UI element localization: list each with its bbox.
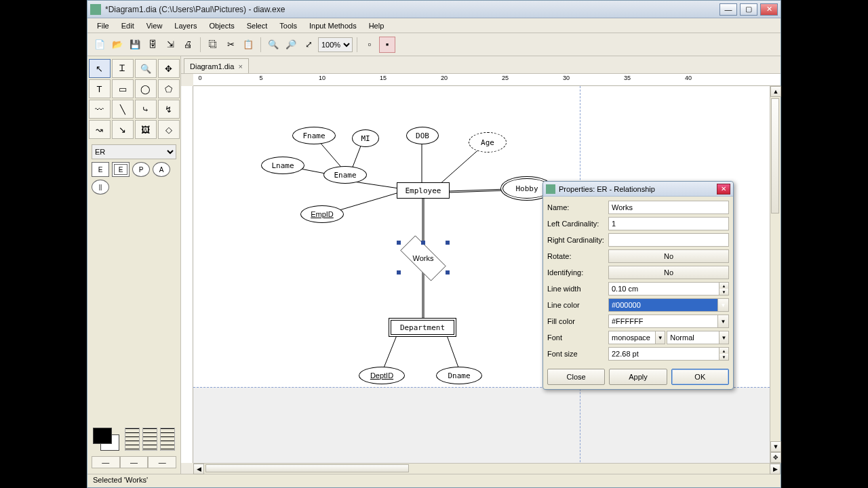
er-entity-button[interactable]: E — [92, 162, 109, 177]
entity-employee[interactable]: Employee — [397, 182, 450, 199]
linestyle-3[interactable] — [160, 428, 175, 451]
color-swatch[interactable] — [93, 428, 119, 451]
handle[interactable] — [397, 241, 401, 245]
text-cursor-tool-icon[interactable]: Ꮖ — [112, 59, 134, 78]
line-tool-icon[interactable]: ╲ — [112, 100, 134, 119]
attr-dob[interactable]: DOB — [406, 127, 439, 144]
attr-ename[interactable]: Ename — [323, 166, 367, 184]
scroll-down-icon[interactable]: ▼ — [770, 441, 781, 452]
chevron-down-icon[interactable]: ▼ — [717, 299, 728, 311]
pointer-tool-icon[interactable]: ↖ — [89, 59, 111, 78]
rotate-toggle[interactable]: No — [608, 249, 729, 263]
chevron-down-icon[interactable]: ▼ — [719, 331, 728, 344]
attr-fname[interactable]: Fname — [292, 127, 336, 144]
handle[interactable] — [446, 241, 450, 245]
er-weak-entity-button[interactable]: E — [112, 162, 130, 177]
spin-down-icon[interactable]: ▼ — [719, 289, 728, 295]
open-file-icon[interactable]: 📂 — [109, 37, 125, 53]
spin-up-icon[interactable]: ▲ — [719, 283, 728, 289]
linestyle-2[interactable] — [142, 428, 157, 451]
image-tool-icon[interactable]: 🖼 — [135, 120, 157, 139]
scroll-right-icon[interactable]: ▶ — [770, 464, 781, 474]
dialog-close-icon[interactable]: ✕ — [717, 184, 730, 195]
polygon-tool-icon[interactable]: ⬠ — [158, 79, 180, 98]
ellipse-tool-icon[interactable]: ◯ — [135, 79, 157, 98]
zoom-out-icon[interactable]: 🔎 — [283, 37, 299, 53]
left-cardinality-input[interactable] — [608, 217, 729, 230]
text-tool-icon[interactable]: T — [89, 79, 111, 98]
er-attribute-button[interactable]: A — [153, 162, 170, 177]
snap-grid-icon[interactable]: ▫ — [361, 37, 378, 53]
zoom-fit-icon[interactable]: ⤢ — [300, 37, 317, 53]
new-file-icon[interactable]: 📄 — [92, 37, 108, 53]
pan-tool-icon[interactable]: ✥ — [158, 59, 180, 78]
attr-age[interactable]: Age — [469, 132, 507, 152]
font-family-select[interactable]: monospace▼ — [608, 331, 665, 344]
right-cardinality-input[interactable] — [608, 233, 729, 247]
zoom-select[interactable]: 100% — [318, 37, 353, 52]
arc-tool-icon[interactable]: ⤷ — [135, 100, 157, 119]
save-as-icon[interactable]: 🗄 — [144, 37, 161, 53]
shape-category-select[interactable]: ER — [92, 144, 176, 159]
name-input[interactable] — [608, 201, 729, 214]
font-style-select[interactable]: Normal▼ — [667, 331, 729, 344]
close-button[interactable]: Close — [547, 369, 605, 385]
er-participation-button[interactable]: P — [132, 162, 150, 177]
identifying-toggle[interactable]: No — [608, 266, 729, 279]
attr-mi[interactable]: MI — [352, 129, 379, 147]
polyline-tool-icon[interactable]: ↝ — [89, 120, 111, 139]
dialog-titlebar[interactable]: Properties: ER - Relationship ✕ — [543, 182, 733, 197]
handle[interactable] — [446, 270, 450, 274]
chevron-down-icon[interactable]: ▼ — [655, 331, 665, 344]
cut-icon[interactable]: ✂ — [222, 37, 239, 53]
menu-input-methods[interactable]: Input Methods — [304, 20, 362, 31]
save-file-icon[interactable]: 💾 — [127, 37, 143, 53]
tab-close-icon[interactable]: × — [238, 62, 242, 70]
apply-button[interactable]: Apply — [609, 369, 667, 385]
box-tool-icon[interactable]: ▭ — [112, 79, 134, 98]
maximize-button[interactable]: ▢ — [740, 3, 757, 16]
export-icon[interactable]: ⇲ — [162, 37, 178, 53]
line-width-input[interactable]: 0.10 cm▲▼ — [608, 282, 729, 296]
close-window-button[interactable]: ✕ — [760, 3, 778, 16]
snap-object-icon[interactable]: ▪ — [379, 37, 395, 53]
menu-view[interactable]: View — [141, 20, 168, 31]
copy-icon[interactable]: ⿻ — [205, 37, 221, 53]
linestyle-1[interactable] — [125, 428, 140, 451]
menu-help[interactable]: Help — [363, 20, 390, 31]
chevron-down-icon[interactable]: ▼ — [717, 315, 728, 327]
connector-tool-icon[interactable]: ↘ — [112, 120, 134, 139]
zoom-tool-icon[interactable]: 🔍 — [135, 59, 157, 78]
menu-edit[interactable]: Edit — [116, 20, 140, 31]
handle[interactable] — [421, 241, 425, 245]
tab-diagram1[interactable]: Diagram1.dia × — [184, 58, 249, 73]
ok-button[interactable]: OK — [671, 369, 729, 385]
scroll-up-icon[interactable]: ▲ — [770, 86, 781, 97]
paste-icon[interactable]: 📋 — [240, 37, 256, 53]
print-icon[interactable]: 🖨 — [180, 37, 196, 53]
relationship-works[interactable]: Works — [393, 243, 454, 273]
scroll-horizontal[interactable]: ◀ ▶ — [193, 463, 781, 474]
attr-lname[interactable]: Lname — [261, 157, 304, 174]
entity-department[interactable]: Department — [389, 318, 456, 337]
nav-corner-icon[interactable]: ✥ — [770, 452, 781, 463]
scroll-vertical[interactable]: ▲ ▼ ✥ — [770, 86, 781, 463]
zoom-in-icon[interactable]: 🔍 — [265, 37, 281, 53]
handle[interactable] — [397, 270, 401, 274]
fill-color-select[interactable]: #FFFFFF▼ — [608, 314, 729, 328]
line-color-select[interactable]: #000000▼ — [608, 298, 729, 312]
bezier-tool-icon[interactable]: 〰 — [89, 100, 111, 119]
menu-select[interactable]: Select — [241, 20, 273, 31]
menu-objects[interactable]: Objects — [203, 20, 239, 31]
minimize-button[interactable]: — — [719, 3, 737, 16]
arrow-start-select[interactable]: — — [92, 456, 120, 468]
zigzag-tool-icon[interactable]: ↯ — [158, 100, 180, 119]
er-relationship-button[interactable]: || — [92, 180, 109, 195]
menu-layers[interactable]: Layers — [169, 20, 202, 31]
spin-up-icon[interactable]: ▲ — [719, 348, 728, 354]
arrow-end-select[interactable]: — — [148, 456, 176, 468]
font-size-input[interactable]: 22.68 pt▲▼ — [608, 347, 729, 361]
line-style-select[interactable]: — — [120, 456, 149, 468]
outline-tool-icon[interactable]: ◇ — [158, 120, 180, 139]
attr-dname[interactable]: Dname — [436, 367, 482, 384]
